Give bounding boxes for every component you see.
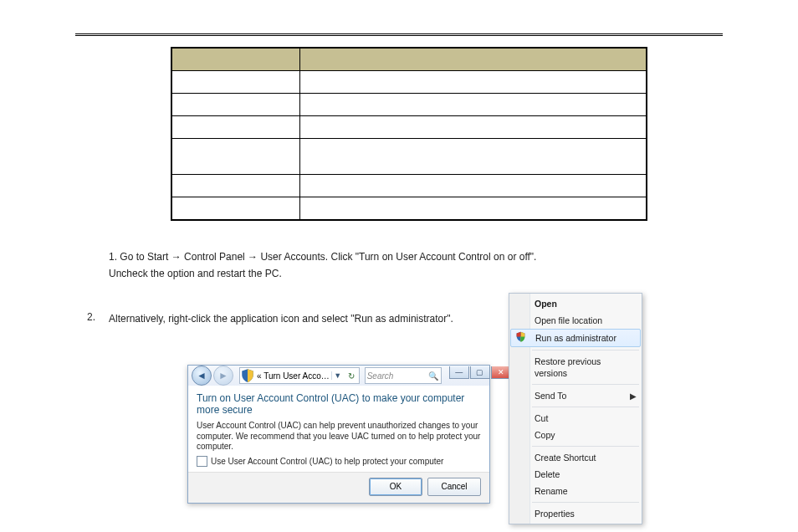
document-page: 1. Go to Start → Control Panel → User Ac… — [0, 0, 798, 532]
menu-item-open[interactable]: Open — [509, 295, 642, 312]
menu-item-open-location[interactable]: Open file location — [509, 312, 642, 329]
cancel-button[interactable]: Cancel — [427, 478, 481, 496]
text: Control Panel — [184, 251, 248, 263]
menu-separator — [532, 384, 639, 385]
menu-separator — [532, 502, 639, 503]
context-menu: Open Open file location Run as administr… — [509, 293, 642, 524]
checkbox-label: Use User Account Control (UAC) to help p… — [211, 457, 443, 466]
nav-buttons: ◄ ► — [188, 366, 237, 386]
table-row — [171, 94, 647, 116]
menu-item-create-shortcut[interactable]: Create Shortcut — [509, 449, 642, 466]
menu-item-run-as-admin[interactable]: Run as administrator — [510, 329, 641, 347]
checkbox[interactable] — [197, 456, 207, 467]
dialog-body: Turn on User Account Control (UAC) to ma… — [188, 386, 489, 472]
arrow-right-icon: → — [171, 251, 182, 263]
search-input[interactable]: Search 🔍 — [365, 367, 442, 384]
menu-item-label: Send To — [535, 391, 566, 401]
table-header-cell — [171, 48, 300, 71]
minimize-button[interactable]: — — [449, 366, 469, 379]
menu-item-label: Run as administrator — [535, 333, 616, 343]
window-controls: — ▢ ✕ — [444, 366, 513, 386]
table-row — [171, 116, 647, 139]
menu-item-copy[interactable]: Copy — [509, 427, 642, 443]
text: User Accounts. Click "Turn on User Accou… — [260, 251, 536, 263]
search-icon: 🔍 — [426, 371, 441, 381]
uac-checkbox-row[interactable]: Use User Account Control (UAC) to help p… — [197, 456, 481, 467]
uac-dialog: ◄ ► « Turn User Acco… ▼ ↻ Search 🔍 — ▢ ✕ — [187, 365, 490, 504]
nav-forward-button[interactable]: ► — [213, 366, 233, 386]
dialog-description: User Account Control (UAC) can help prev… — [197, 421, 481, 453]
window-chrome: ◄ ► « Turn User Acco… ▼ ↻ Search 🔍 — ▢ ✕ — [188, 366, 489, 386]
shield-icon — [240, 368, 255, 383]
ok-button[interactable]: OK — [369, 478, 422, 496]
refresh-icon[interactable]: ↻ — [344, 371, 359, 381]
search-placeholder: Search — [366, 371, 426, 381]
menu-item-send-to[interactable]: Send To ▶ — [509, 387, 642, 404]
menu-item-restore-versions[interactable]: Restore previous versions — [509, 353, 642, 381]
spec-table — [171, 47, 647, 221]
table-header-cell — [300, 48, 647, 71]
breadcrumb-text: « Turn User Acco… — [255, 371, 331, 381]
menu-separator — [532, 350, 639, 350]
menu-item-rename[interactable]: Rename — [509, 483, 642, 499]
shield-icon — [515, 331, 526, 342]
arrow-right-icon: → — [248, 251, 258, 263]
breadcrumb[interactable]: « Turn User Acco… ▼ ↻ — [239, 367, 360, 384]
table-row — [171, 175, 647, 197]
maximize-button[interactable]: ▢ — [470, 366, 490, 379]
text: 1. Go to Start — [109, 251, 171, 263]
menu-item-delete[interactable]: Delete — [509, 466, 642, 483]
menu-item-cut[interactable]: Cut — [509, 410, 642, 427]
menu-item-properties[interactable]: Properties — [509, 505, 642, 522]
table-row — [171, 197, 647, 221]
nav-back-button[interactable]: ◄ — [192, 366, 212, 386]
instruction-line: Alternatively, right-click the applicati… — [109, 311, 453, 326]
header-rule — [75, 33, 723, 36]
dialog-heading: Turn on User Account Control (UAC) to ma… — [197, 392, 481, 416]
table-header-row — [171, 48, 647, 71]
table-row — [171, 71, 647, 94]
list-number: 2. — [87, 311, 95, 323]
dialog-button-row: OK Cancel — [188, 472, 489, 503]
instruction-line: Uncheck the option and restart the PC. — [109, 266, 282, 281]
table-row — [171, 139, 647, 175]
submenu-arrow-icon: ▶ — [630, 391, 637, 402]
instruction-line: 1. Go to Start → Control Panel → User Ac… — [109, 249, 714, 264]
menu-separator — [532, 446, 639, 447]
menu-separator — [532, 407, 639, 407]
chevron-down-icon[interactable]: ▼ — [331, 371, 344, 380]
